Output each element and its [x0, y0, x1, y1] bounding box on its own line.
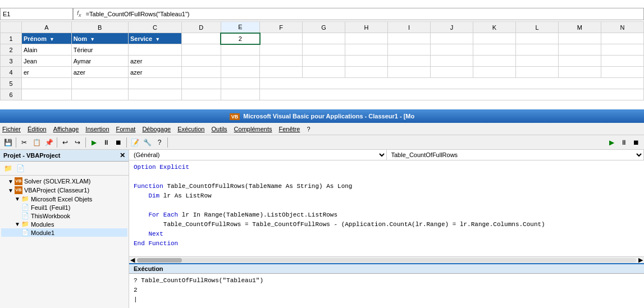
toolbar-userform[interactable]: 📝	[129, 137, 140, 148]
toolbar-cut[interactable]: ✂	[19, 137, 30, 148]
cell-h3[interactable]	[345, 56, 388, 67]
menu-fenetre[interactable]: Fenêtre	[278, 126, 300, 132]
cell-e5[interactable]	[221, 78, 260, 89]
cell-m1[interactable]	[558, 33, 601, 44]
toolbar-stop[interactable]: ⏹	[113, 137, 124, 148]
cell-f1[interactable]	[260, 33, 303, 44]
object-dropdown[interactable]: (Général)	[129, 150, 387, 160]
col-n-header[interactable]: N	[601, 22, 643, 33]
col-h-header[interactable]: H	[345, 22, 388, 33]
toolbar-redo[interactable]: ↪	[72, 137, 83, 148]
cell-a1[interactable]: Prénom ▼	[21, 33, 71, 44]
project-btn1[interactable]: 📁	[2, 163, 13, 174]
project-btn2[interactable]: 📄	[15, 163, 26, 174]
cell-b2[interactable]: Térieur	[71, 44, 128, 56]
cell-c4[interactable]: azer	[128, 67, 181, 78]
tree-item-feuil1[interactable]: 📄 Feuil1 (Feuil1)	[1, 203, 127, 212]
col-a-header[interactable]: A	[21, 22, 71, 33]
cell-d3[interactable]	[181, 56, 221, 67]
scroll-thumb[interactable]	[137, 258, 182, 263]
cell-l1[interactable]	[515, 33, 558, 44]
toolbar-copy[interactable]: 📋	[31, 137, 42, 148]
toolbar-run2[interactable]: ▶	[606, 137, 617, 148]
cell-i2[interactable]	[388, 44, 431, 56]
cell-l2[interactable]	[515, 44, 558, 56]
cell-l3[interactable]	[515, 56, 558, 67]
menu-debogage[interactable]: Débogage	[142, 126, 171, 132]
cell-a3[interactable]: Jean	[21, 56, 71, 67]
cell-a6[interactable]	[21, 89, 71, 100]
toolbar-more1[interactable]: 🔧	[141, 137, 153, 148]
menu-affichage[interactable]: Affichage	[53, 126, 79, 132]
cell-h4[interactable]	[345, 67, 388, 78]
cell-b6[interactable]	[71, 89, 128, 100]
cell-d5[interactable]	[181, 78, 221, 89]
col-m-header[interactable]: M	[558, 22, 601, 33]
toolbar-undo[interactable]: ↩	[60, 137, 71, 148]
cell-k3[interactable]	[473, 56, 516, 67]
col-d-header[interactable]: D	[181, 22, 221, 33]
cell-n2[interactable]	[601, 44, 643, 56]
menu-edition[interactable]: Édition	[28, 126, 47, 132]
cell-j2[interactable]	[431, 44, 473, 56]
cell-c3[interactable]: azer	[128, 56, 181, 67]
cell-h2[interactable]	[345, 44, 388, 56]
cell-c1[interactable]: Service ▼	[128, 33, 181, 44]
cell-j4[interactable]	[431, 67, 473, 78]
col-k-header[interactable]: K	[473, 22, 516, 33]
cell-h1[interactable]	[345, 33, 388, 44]
menu-execution[interactable]: Exécution	[177, 126, 204, 132]
cell-c2[interactable]	[128, 44, 181, 56]
name-box[interactable]: E1	[0, 8, 73, 20]
col-b-header[interactable]: B	[71, 22, 128, 33]
cell-f3[interactable]	[260, 56, 303, 67]
cell-b5[interactable]	[71, 78, 128, 89]
cell-e6[interactable]	[221, 89, 260, 100]
toolbar-pause2[interactable]: ⏸	[618, 137, 629, 148]
cell-c6[interactable]	[128, 89, 181, 100]
cell-f2[interactable]	[260, 44, 303, 56]
cell-e2[interactable]	[221, 44, 260, 56]
code-area[interactable]: Option Explicit Function Table_CountOfFu…	[129, 160, 644, 256]
tree-item-solver[interactable]: ▼ VB Solver (SOLVER.XLAM)	[1, 177, 127, 186]
cell-a2[interactable]: Alain	[21, 44, 71, 56]
cell-a5[interactable]	[21, 78, 71, 89]
cell-i4[interactable]	[388, 67, 431, 78]
cell-d2[interactable]	[181, 44, 221, 56]
cell-g3[interactable]	[303, 56, 345, 67]
toolbar-pause[interactable]: ⏸	[101, 137, 112, 148]
col-l-header[interactable]: L	[515, 22, 558, 33]
col-g-header[interactable]: G	[303, 22, 345, 33]
cell-g4[interactable]	[303, 67, 345, 78]
cell-e1[interactable]: 2	[221, 33, 260, 44]
menu-help[interactable]: ?	[307, 126, 310, 132]
cell-k1[interactable]	[473, 33, 516, 44]
code-scrollbar[interactable]: ◀ ▶	[129, 256, 644, 263]
cell-b4[interactable]: azer	[71, 67, 128, 78]
cell-n4[interactable]	[601, 67, 643, 78]
tree-item-thisworkbook[interactable]: 📄 ThisWorkbook	[1, 212, 127, 220]
project-close-button[interactable]: ✕	[120, 151, 125, 159]
cell-d6[interactable]	[181, 89, 221, 100]
menu-fichier[interactable]: Fichier	[2, 126, 21, 132]
cell-m4[interactable]	[558, 67, 601, 78]
cell-i1[interactable]	[388, 33, 431, 44]
cell-l4[interactable]	[515, 67, 558, 78]
cell-n1[interactable]	[601, 33, 643, 44]
col-c-header[interactable]: C	[128, 22, 181, 33]
cell-j3[interactable]	[431, 56, 473, 67]
cell-g2[interactable]	[303, 44, 345, 56]
menu-complements[interactable]: Compléments	[234, 126, 272, 132]
cell-a4[interactable]: er	[21, 67, 71, 78]
cell-i3[interactable]	[388, 56, 431, 67]
tree-item-excel-objects[interactable]: ▼ 📁 Microsoft Excel Objets	[1, 195, 127, 203]
toolbar-help-btn[interactable]: ?	[154, 137, 165, 148]
cell-j1[interactable]	[431, 33, 473, 44]
cell-e4[interactable]	[221, 67, 260, 78]
toolbar-stop2[interactable]: ⏹	[631, 137, 642, 148]
col-i-header[interactable]: I	[388, 22, 431, 33]
cell-e3[interactable]	[221, 56, 260, 67]
toolbar-run[interactable]: ▶	[88, 137, 99, 148]
execution-content[interactable]: ? Table_CountOfFullRows("Tableau1") 2 |	[129, 274, 644, 307]
cell-k2[interactable]	[473, 44, 516, 56]
